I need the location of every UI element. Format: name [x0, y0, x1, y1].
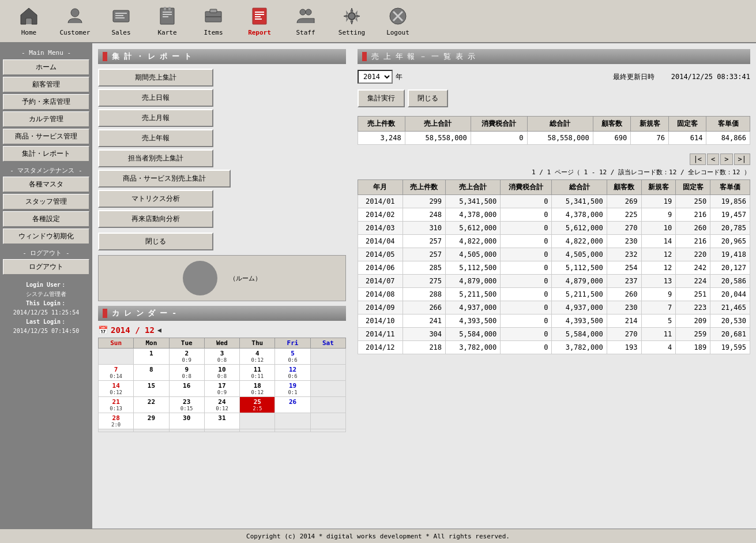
page-next-button[interactable]: > — [720, 153, 732, 165]
close-button[interactable]: 閉じる — [408, 89, 448, 107]
sidebar-btn-reservation[interactable]: 予約・来店管理 — [3, 94, 89, 110]
cal-cell-27-empty — [310, 397, 345, 413]
cal-cell-11[interactable]: 110:11 — [240, 365, 275, 381]
svg-rect-3 — [115, 13, 127, 14]
detail-header-grand: 総合計 — [552, 180, 607, 195]
menu-btn-revisit[interactable]: 再来店動向分析 — [98, 210, 213, 228]
nav-items[interactable]: Items — [190, 6, 236, 36]
detail-cell-5-3: 0 — [501, 261, 552, 275]
cal-cell-25-today[interactable]: 252:5 — [240, 397, 275, 413]
cal-cell-21[interactable]: 210:13 — [99, 397, 134, 413]
nav-home[interactable]: Home — [6, 6, 52, 36]
nav-setting[interactable]: Setting — [329, 6, 375, 36]
menu-btn-yearly[interactable]: 売上年報 — [98, 129, 213, 147]
cal-cell-empty — [99, 349, 134, 365]
cal-cell-28[interactable]: 282:0 — [99, 413, 134, 429]
nav-customer[interactable]: Customer — [52, 6, 98, 36]
nav-home-label: Home — [21, 29, 37, 36]
detail-cell-3-2: 4,822,000 — [446, 235, 501, 248]
cal-cell-26[interactable]: 26 — [275, 397, 310, 413]
menu-btn-monthly[interactable]: 売上月報 — [98, 109, 213, 127]
cal-cell-18[interactable]: 180:12 — [240, 381, 275, 397]
cal-cell-30[interactable]: 30 — [169, 413, 204, 429]
cal-cell-7[interactable]: 70:14 — [99, 365, 134, 381]
nav-logout-label: Logout — [386, 29, 409, 36]
report-title-text: 売 上 年 報 － 一 覧 表 示 — [371, 51, 475, 62]
cal-cell-9[interactable]: 90:8 — [169, 365, 204, 381]
top-navigation: Home Customer Sales — [0, 0, 756, 43]
cal-cell-31[interactable]: 31 — [204, 413, 239, 429]
detail-header-new: 新規客 — [641, 180, 676, 195]
detail-cell-0-8: 19,856 — [710, 195, 750, 208]
cal-cell-10[interactable]: 100:8 — [204, 365, 239, 381]
cal-cell-15[interactable]: 15 — [134, 381, 169, 397]
detail-cell-10-8: 20,681 — [710, 328, 750, 341]
cal-cell-3[interactable]: 30:8 — [204, 349, 239, 365]
sidebar-btn-master[interactable]: 各種マスタ — [3, 177, 89, 192]
detail-cell-7-7: 251 — [676, 288, 710, 301]
sidebar-btn-staff[interactable]: スタッフ管理 — [3, 194, 89, 209]
sidebar-btn-items[interactable]: 商品・サービス管理 — [3, 129, 89, 144]
execute-button[interactable]: 集計実行 — [358, 89, 405, 107]
nav-sales[interactable]: Sales — [98, 6, 144, 36]
calendar-header: カ レ ン ダ ー - — [98, 306, 346, 321]
detail-header-month: 年月 — [358, 180, 403, 195]
page-last-button[interactable]: >| — [734, 153, 750, 165]
nav-report[interactable]: Report — [236, 6, 283, 36]
cal-cell-1[interactable]: 1 — [134, 349, 169, 365]
cal-cell-5[interactable]: 50:6 — [275, 349, 310, 365]
year-select[interactable]: 2014 2013 2012 — [358, 70, 393, 84]
svg-rect-9 — [163, 16, 168, 17]
menu-btn-staff-sales[interactable]: 担当者別売上集計 — [98, 149, 213, 167]
cal-cell-17[interactable]: 170:9 — [204, 381, 239, 397]
report-menu-header-text: 集 計 ・ レ ポ ー ト — [112, 51, 191, 62]
nav-logout[interactable]: Logout — [375, 6, 421, 36]
sidebar-btn-window-init[interactable]: ウィンドウ初期化 — [3, 229, 89, 244]
detail-cell-10-2: 5,584,000 — [446, 328, 501, 341]
cal-cell-22[interactable]: 22 — [134, 397, 169, 413]
menu-btn-close[interactable]: 閉じる — [98, 233, 213, 250]
cal-cell-29[interactable]: 29 — [134, 413, 169, 429]
page-first-button[interactable]: |< — [690, 153, 706, 165]
menu-btn-daily[interactable]: 売上日報 — [98, 89, 213, 107]
thumbnail-text: （ルーム） — [223, 274, 261, 283]
sidebar-btn-karte[interactable]: カルテ管理 — [3, 111, 89, 127]
detail-cell-6-4: 4,879,000 — [552, 275, 607, 288]
sidebar-btn-report[interactable]: 集計・レポート — [3, 146, 89, 162]
logout-title: - ログアウト - — [3, 249, 89, 257]
detail-cell-1-1: 248 — [403, 208, 445, 222]
detail-cell-11-6: 4 — [641, 341, 676, 354]
nav-staff[interactable]: Staff — [283, 6, 329, 36]
detail-cell-0-7: 250 — [676, 195, 710, 208]
menu-btn-matrix[interactable]: マトリクス分析 — [98, 190, 213, 208]
cal-cell-14[interactable]: 140:12 — [99, 381, 134, 397]
nav-karte[interactable]: Karte — [144, 6, 190, 36]
cal-row-3: 140:12 15 16 170:9 180:12 190:1 — [99, 381, 346, 397]
detail-cell-3-7: 216 — [676, 235, 710, 248]
sidebar-btn-logout[interactable]: ログアウト — [3, 259, 89, 275]
svg-rect-5 — [115, 17, 125, 18]
summary-header-tax: 消費税合計 — [471, 117, 527, 132]
detail-cell-6-1: 275 — [403, 275, 445, 288]
cal-cell-13-empty — [310, 365, 345, 381]
sidebar-btn-customer[interactable]: 顧客管理 — [3, 77, 89, 92]
cal-cell-24[interactable]: 240:12 — [204, 397, 239, 413]
cal-cell-2[interactable]: 20:9 — [169, 349, 204, 365]
cal-cell-8[interactable]: 8 — [134, 365, 169, 381]
cal-cell-16[interactable]: 16 — [169, 381, 204, 397]
sidebar-btn-settings[interactable]: 各種設定 — [3, 211, 89, 227]
calendar-nav-prev[interactable]: ◀ — [157, 326, 161, 334]
detail-cell-2-4: 5,612,000 — [552, 222, 607, 235]
cal-cell-12[interactable]: 120:6 — [275, 365, 310, 381]
detail-cell-4-3: 0 — [501, 248, 552, 261]
detail-cell-1-3: 0 — [501, 208, 552, 222]
cal-cell-23[interactable]: 230:15 — [169, 397, 204, 413]
cal-cell-4[interactable]: 40:12 — [240, 349, 275, 365]
menu-btn-period[interactable]: 期間売上集計 — [98, 69, 213, 87]
report-menu-header: 集 計 ・ レ ポ ー ト — [98, 49, 346, 64]
menu-btn-product-sales[interactable]: 商品・サービス別売上集計 — [98, 170, 231, 188]
page-prev-button[interactable]: < — [707, 153, 719, 165]
sidebar-btn-home[interactable]: ホーム — [3, 59, 89, 75]
detail-cell-2-8: 20,785 — [710, 222, 750, 235]
cal-cell-19[interactable]: 190:1 — [275, 381, 310, 397]
